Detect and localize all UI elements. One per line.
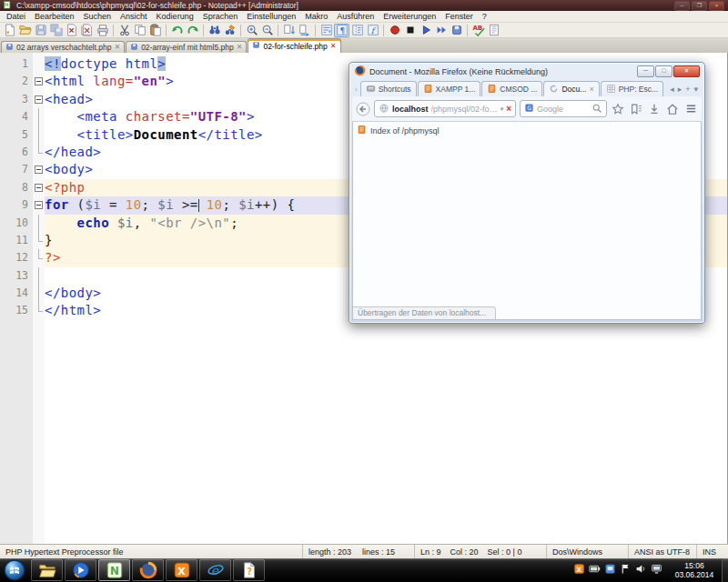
find-icon[interactable]: [207, 24, 222, 37]
xampp-tray-icon[interactable]: X: [573, 562, 585, 578]
display-tray-icon[interactable]: [604, 562, 616, 578]
file-tab[interactable]: 02-for-schleife.php✕: [248, 38, 340, 53]
menu-sprachen[interactable]: Sprachen: [198, 12, 243, 21]
magnifier-icon[interactable]: [592, 103, 602, 115]
tab-scroll-right-icon[interactable]: ▸: [678, 85, 682, 94]
firefox-maximize-button[interactable]: □: [655, 65, 672, 77]
fold-margin[interactable]: [33, 196, 45, 214]
volume-tray-icon[interactable]: [635, 562, 647, 578]
fold-margin[interactable]: [33, 215, 45, 232]
index-link-row[interactable]: Index of /phpmysql: [353, 122, 701, 139]
search-box[interactable]: G Google: [520, 100, 607, 117]
fold-margin[interactable]: [33, 108, 45, 125]
fold-margin[interactable]: [33, 179, 45, 196]
tab-scroll-left-icon[interactable]: ‹: [353, 85, 359, 96]
menu-makro[interactable]: Makro: [300, 12, 332, 21]
menu-hilfe[interactable]: ?: [478, 12, 491, 21]
url-bar[interactable]: localhost/phpmysql/02-for-schleife.php ▾…: [374, 100, 516, 117]
fold-margin[interactable]: [33, 144, 45, 161]
start-button[interactable]: [3, 559, 25, 582]
indent-guide-icon[interactable]: [349, 24, 365, 37]
cut-icon[interactable]: [116, 24, 132, 37]
zoom-out-icon[interactable]: [259, 24, 275, 37]
media-player-taskbar-button[interactable]: [65, 559, 96, 581]
tab-close-icon[interactable]: ×: [589, 85, 593, 94]
menu-einstellungen[interactable]: Einstellungen: [242, 12, 300, 21]
record-macro-icon[interactable]: [387, 24, 402, 37]
help-doc-taskbar-button[interactable]: ?: [233, 559, 265, 581]
fold-margin[interactable]: [33, 302, 45, 319]
save-icon[interactable]: [33, 24, 48, 37]
network-tray-icon[interactable]: [651, 562, 662, 578]
paste-icon[interactable]: [147, 24, 163, 37]
menu-kodierung[interactable]: Kodierung: [152, 12, 198, 21]
menu-ansicht[interactable]: Ansicht: [116, 12, 152, 21]
close-all-icon[interactable]: [79, 24, 95, 37]
firefox-close-button[interactable]: ×: [673, 65, 700, 77]
back-button[interactable]: [356, 100, 370, 117]
browser-tab[interactable]: XAMPP 1...: [418, 81, 481, 96]
fold-margin[interactable]: [33, 55, 45, 73]
bookmarks-menu-icon[interactable]: [629, 100, 643, 117]
replace-icon[interactable]: [222, 24, 238, 37]
notepadpp-titlebar[interactable]: C:\xampp-cmsod\htdocs\phpmysql\02-for-sc…: [0, 0, 728, 11]
spell-check-icon[interactable]: AB: [470, 24, 486, 37]
fold-collapse-icon[interactable]: [35, 184, 43, 192]
menu-ausfuehren[interactable]: Ausführen: [332, 12, 379, 21]
fold-margin[interactable]: [33, 161, 45, 178]
restore-button[interactable]: ❐: [692, 1, 707, 11]
close-icon[interactable]: [64, 24, 79, 37]
browser-tab[interactable]: PHP: Esc...: [601, 81, 663, 96]
undo-icon[interactable]: [169, 24, 185, 37]
save-all-icon[interactable]: [48, 24, 64, 37]
print-icon[interactable]: [95, 24, 110, 37]
fold-margin[interactable]: [33, 232, 45, 249]
menu-bearbeiten[interactable]: Bearbeiten: [30, 12, 79, 21]
tab-list-dropdown-icon[interactable]: ▾: [693, 85, 698, 94]
browser-tab[interactable]: CMSOD ...: [481, 81, 542, 96]
firefox-minimize-button[interactable]: ─: [637, 65, 654, 77]
redo-icon[interactable]: [185, 24, 200, 37]
menu-suchen[interactable]: Suchen: [79, 12, 116, 21]
browser-tab[interactable]: Docu...×: [543, 81, 599, 96]
tab-scroll-left-icon[interactable]: ◂: [670, 85, 674, 94]
ie-taskbar-button[interactable]: e: [199, 559, 231, 581]
fold-collapse-icon[interactable]: [35, 77, 43, 85]
hamburger-menu-icon[interactable]: [683, 100, 698, 117]
firefox-taskbar-button[interactable]: [132, 559, 164, 581]
fold-collapse-icon[interactable]: [35, 95, 43, 104]
tab-close-icon[interactable]: ✕: [237, 44, 243, 51]
sync-v-icon[interactable]: [281, 24, 297, 37]
xampp-taskbar-button[interactable]: X: [166, 559, 197, 581]
stop-macro-icon[interactable]: [402, 24, 418, 37]
bookmark-star-icon[interactable]: [611, 100, 625, 117]
word-wrap-icon[interactable]: [318, 24, 334, 37]
firefox-titlebar[interactable]: Document - Mozilla Firefox (Keine Rückme…: [352, 63, 702, 79]
fold-margin[interactable]: [33, 73, 45, 90]
fold-collapse-icon[interactable]: [35, 166, 43, 174]
browser-tab[interactable]: Shortcuts: [360, 81, 417, 96]
fold-margin[interactable]: [33, 249, 45, 266]
fold-collapse-icon[interactable]: [35, 201, 43, 209]
new-file-icon[interactable]: [2, 24, 17, 37]
fold-margin[interactable]: [33, 91, 45, 108]
fold-margin[interactable]: [33, 267, 45, 285]
doc-map-icon[interactable]: [486, 24, 501, 37]
stop-button[interactable]: ×: [506, 105, 511, 114]
urlbar-dropdown-icon[interactable]: ▾: [500, 105, 504, 113]
save-macro-icon[interactable]: [449, 24, 464, 37]
copy-icon[interactable]: [132, 24, 147, 37]
zoom-in-icon[interactable]: [244, 24, 259, 37]
fold-margin[interactable]: [33, 126, 45, 144]
new-tab-button[interactable]: +: [685, 85, 690, 94]
sync-h-icon[interactable]: [297, 24, 312, 37]
menu-fenster[interactable]: Fenster: [440, 12, 478, 21]
fold-margin[interactable]: [33, 285, 45, 302]
function-list-icon[interactable]: f: [365, 24, 380, 37]
minimize-button[interactable]: ─: [674, 1, 690, 11]
tab-close-icon[interactable]: ✕: [330, 43, 337, 50]
show-all-chars-icon[interactable]: ¶: [334, 24, 349, 37]
show-desktop-button[interactable]: [722, 558, 728, 582]
file-tab[interactable]: 02 arrays verschachtelt.php✕: [1, 41, 125, 53]
close-button[interactable]: ×: [709, 1, 724, 11]
